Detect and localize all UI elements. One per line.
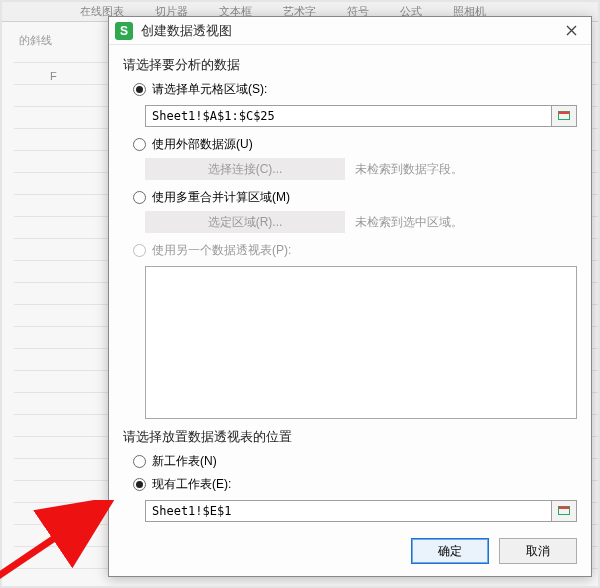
choose-connection-button: 选择连接(C)...	[145, 158, 345, 180]
left-text: 的斜线	[0, 30, 70, 50]
radio-new-sheet[interactable]	[133, 455, 146, 468]
option-cell-range[interactable]: 请选择单元格区域(S):	[133, 81, 577, 98]
svg-rect-4	[559, 507, 570, 510]
create-pivot-chart-dialog: S 创建数据透视图 请选择要分析的数据 请选择单元格区域(S): 使用外部数据源…	[108, 16, 592, 577]
dialog-footer: 确定 取消	[109, 528, 591, 576]
location-range-row	[145, 500, 577, 522]
option-another-pivot: 使用另一个数据透视表(P):	[133, 242, 577, 259]
radio-another	[133, 244, 146, 257]
multi-sub-row: 选定区域(R)... 未检索到选中区域。	[145, 211, 577, 233]
external-sub-row: 选择连接(C)... 未检索到数据字段。	[145, 158, 577, 180]
close-button[interactable]	[557, 20, 585, 42]
close-icon	[566, 25, 577, 36]
option-existing-sheet[interactable]: 现有工作表(E):	[133, 476, 577, 493]
no-region-note: 未检索到选中区域。	[355, 214, 463, 231]
radio-existing[interactable]	[133, 478, 146, 491]
cancel-button[interactable]: 取消	[499, 538, 577, 564]
option-external-data[interactable]: 使用外部数据源(U)	[133, 136, 577, 153]
pivot-table-list	[145, 266, 577, 419]
option-another-label: 使用另一个数据透视表(P):	[152, 242, 291, 259]
select-region-button: 选定区域(R)...	[145, 211, 345, 233]
cell-range-row	[145, 105, 577, 127]
option-multi-consolidate[interactable]: 使用多重合并计算区域(M)	[133, 189, 577, 206]
collapse-location-button[interactable]	[551, 500, 577, 522]
app-icon: S	[115, 22, 133, 40]
radio-external[interactable]	[133, 138, 146, 151]
ok-button[interactable]: 确定	[411, 538, 489, 564]
svg-rect-2	[559, 112, 570, 115]
cell-range-input[interactable]	[145, 105, 551, 127]
radio-multi[interactable]	[133, 191, 146, 204]
section-location-label: 请选择放置数据透视表的位置	[123, 429, 577, 446]
option-new-sheet[interactable]: 新工作表(N)	[133, 453, 577, 470]
no-field-note: 未检索到数据字段。	[355, 161, 463, 178]
option-multi-label: 使用多重合并计算区域(M)	[152, 189, 290, 206]
option-existing-label: 现有工作表(E):	[152, 476, 231, 493]
location-input[interactable]	[145, 500, 551, 522]
collapse-icon	[557, 109, 571, 123]
dialog-title: 创建数据透视图	[141, 22, 557, 40]
section-analyze-label: 请选择要分析的数据	[123, 57, 577, 74]
dialog-body: 请选择要分析的数据 请选择单元格区域(S): 使用外部数据源(U) 选择连接(C…	[109, 45, 591, 528]
option-external-label: 使用外部数据源(U)	[152, 136, 253, 153]
dialog-titlebar: S 创建数据透视图	[109, 17, 591, 45]
option-new-sheet-label: 新工作表(N)	[152, 453, 217, 470]
collapse-range-button[interactable]	[551, 105, 577, 127]
option-cell-range-label: 请选择单元格区域(S):	[152, 81, 267, 98]
collapse-icon	[557, 504, 571, 518]
radio-cell-range[interactable]	[133, 83, 146, 96]
